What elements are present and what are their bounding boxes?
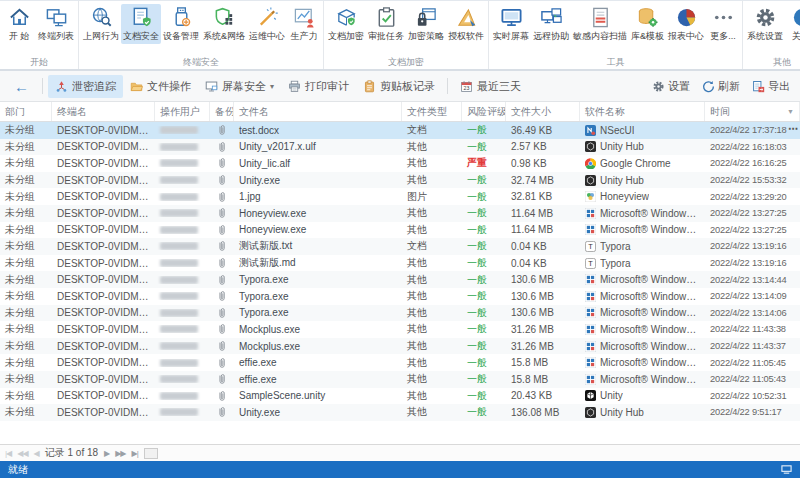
gear-button[interactable]: 设置 (652, 79, 690, 94)
table-row[interactable]: 未分组DESKTOP-0VIDMDJHoneyview.exe其他一般11.64… (0, 205, 800, 222)
cell-time: 2022/4/22 13:19:16 (705, 258, 800, 268)
next-page-button[interactable]: ▶ (104, 449, 109, 458)
mswin-app-icon (585, 307, 596, 318)
ribbon-item-screen[interactable]: 实时屏幕 (491, 4, 531, 44)
column-header-sw[interactable]: 软件名称 (580, 102, 705, 121)
cell-file-size: 11.64 MB (506, 208, 580, 219)
software-name-text: NSecUI (600, 125, 634, 136)
ribbon-group-label: 终端安全 (81, 55, 321, 69)
redacted-user-text (160, 325, 198, 333)
table-row[interactable]: 未分组DESKTOP-0VIDMDJUnity_lic.alf其他严重0.98 … (0, 155, 800, 172)
refresh-button[interactable]: 刷新 (702, 79, 740, 94)
ribbon-item-box-shield[interactable]: 文档加密 (326, 4, 366, 44)
toolbar-tab-screen-safe[interactable]: 屏幕安全▾ (198, 75, 281, 98)
ribbon-item-more[interactable]: 更多... (706, 4, 740, 44)
table-row[interactable]: 未分组DESKTOP-0VIDMDJHoneyview.exe其他一般11.64… (0, 222, 800, 239)
cell-operating-user (155, 342, 210, 350)
column-header-file[interactable]: 文件名 (234, 102, 402, 121)
mswin-app-icon (585, 224, 596, 235)
column-header-backup[interactable]: 备份 (210, 102, 234, 121)
table-row[interactable]: 未分组DESKTOP-0VIDMDJMockplus.exe其他一般31.26 … (0, 338, 800, 355)
cell-file-name: Typora.exe (234, 291, 402, 302)
column-header-risk[interactable]: 风险评级 (462, 102, 506, 121)
software-name-text: Microsoft® Windows® Oper... (600, 374, 700, 385)
cell-department: 未分组 (0, 223, 52, 237)
ribbon-item-lock[interactable]: 加密策略 (406, 4, 446, 44)
ribbon-item-library[interactable]: 库&模板 (629, 4, 666, 44)
table-row[interactable]: 未分组DESKTOP-0VIDMDJ测试新版.txt文档一般0.04 KBTTy… (0, 238, 800, 255)
table-row[interactable]: 未分组DESKTOP-0VIDMDJUnity_v2017.x.ulf其他一般2… (0, 139, 800, 156)
table-row[interactable]: 未分组DESKTOP-0VIDMDJTypora.exe其他一般130.6 MB… (0, 288, 800, 305)
ribbon-item-about[interactable]: 关 于 (785, 4, 800, 44)
typora-app-icon: T (585, 241, 596, 252)
cell-terminal-name: DESKTOP-0VIDMDJ (52, 374, 155, 385)
table-row[interactable]: 未分组DESKTOP-0VIDMDJ1.jpg图片一般32.81 KBHoney… (0, 188, 800, 205)
export-button[interactable]: 导出 (752, 79, 790, 94)
ribbon-item-scan[interactable]: 敏感内容扫描 (571, 4, 629, 44)
ribbon-item-task[interactable]: 审批任务 (366, 4, 406, 44)
sysnet-icon (213, 6, 236, 29)
ribbon-item-settings[interactable]: 系统设置 (745, 4, 785, 44)
toolbar-tab-print[interactable]: 打印审计 (281, 75, 356, 98)
filter-caret-icon[interactable]: ▼ (787, 108, 794, 115)
redacted-user-text (160, 259, 198, 267)
redacted-user-text (160, 193, 198, 201)
column-header-user[interactable]: 操作用户 (155, 102, 210, 121)
cell-operating-user (155, 408, 210, 416)
toolbar-tab-clipboard[interactable]: 剪贴板记录 (356, 75, 442, 98)
box-shield-icon (335, 6, 358, 29)
column-header-label: 操作用户 (160, 105, 200, 119)
ribbon-item-label: 系统设置 (747, 30, 783, 43)
table-row[interactable]: 未分组DESKTOP-0VIDMDJMockplus.exe其他一般31.26 … (0, 321, 800, 338)
back-button[interactable]: ← (6, 77, 37, 96)
row-more-button[interactable]: ⋯ (788, 123, 798, 134)
prev-page-button[interactable]: ◀ (34, 449, 39, 458)
toolbar-tab-trace[interactable]: 泄密追踪 (48, 75, 123, 98)
ribbon-item-remote[interactable]: 远程协助 (531, 4, 571, 44)
prev-fast-button[interactable]: ◀◀ (17, 449, 27, 458)
ribbon-item-doc-shield[interactable]: 文档安全 (121, 4, 161, 44)
cell-file-type: 其他 (402, 206, 462, 220)
column-header-label: 备份 (215, 105, 234, 119)
ribbon-item-device[interactable]: 设备管理 (161, 4, 201, 44)
cell-file-type: 其他 (402, 306, 462, 320)
ribbon-group-3: 实时屏幕远程协助敏感内容扫描库&模板报表中心更多...工具 (489, 1, 743, 69)
table-row[interactable]: 未分组DESKTOP-0VIDMDJUnity.exe其他一般136.08 MB… (0, 404, 800, 421)
column-header-type[interactable]: 文件类型 (402, 102, 462, 121)
ribbon-item-authsoft[interactable]: 授权软件 (446, 4, 486, 44)
last-page-button[interactable]: ▶| (132, 449, 138, 458)
table-row[interactable]: 未分组DESKTOP-0VIDMDJTypora.exe其他一般130.6 MB… (0, 305, 800, 322)
table-row[interactable]: 未分组DESKTOP-0VIDMDJSampleScene.unity其他一般2… (0, 388, 800, 405)
chevron-down-icon: ▾ (270, 82, 274, 91)
table-row[interactable]: 未分组DESKTOP-0VIDMDJeffie.exe其他一般15.8 MBMi… (0, 371, 800, 388)
ribbon-item-label: 敏感内容扫描 (573, 30, 627, 43)
ribbon-item-label: 终端列表 (38, 30, 74, 43)
column-header-dept[interactable]: 部门 (0, 102, 52, 121)
date-filter-button[interactable]: 23最近三天 (453, 75, 528, 98)
table-row[interactable]: 未分组DESKTOP-0VIDMDJeffie.exe其他一般15.8 MBMi… (0, 354, 800, 371)
column-header-size[interactable]: 文件大小 (506, 102, 580, 121)
paperclip-icon (215, 240, 229, 252)
ribbon-item-terminal-list[interactable]: 终端列表 (36, 4, 76, 44)
table-row[interactable]: 未分组DESKTOP-0VIDMDJTypora.exe其他一般130.6 MB… (0, 271, 800, 288)
table-row[interactable]: 未分组DESKTOP-0VIDMDJUnity.exe其他一般32.74 MBU… (0, 172, 800, 189)
cell-backup (210, 207, 234, 219)
ribbon-item-wand[interactable]: 运维中心 (247, 4, 287, 44)
ribbon-item-sysnet[interactable]: 系统&网络 (201, 4, 247, 44)
next-fast-button[interactable]: ▶▶ (115, 449, 125, 458)
gear-small-icon (652, 80, 665, 93)
table-row[interactable]: 未分组DESKTOP-0VIDMDJtest.docx文档一般36.49 KBN… (0, 122, 800, 139)
ribbon-item-report[interactable]: 报表中心 (666, 4, 706, 44)
ribbon-item-web[interactable]: 上网行为 (81, 4, 121, 44)
table-row[interactable]: 未分组DESKTOP-0VIDMDJ测试新版.md其他一般0.04 KBTTyp… (0, 255, 800, 272)
cell-file-size: 32.81 KB (506, 191, 580, 202)
ribbon-item-productivity[interactable]: 生产力 (287, 4, 321, 44)
column-header-time[interactable]: 时间▼ (705, 102, 800, 121)
toolbar-tab-label: 打印审计 (305, 79, 349, 94)
column-header-terminal[interactable]: 终端名 (52, 102, 155, 121)
first-page-button[interactable]: |◀ (5, 449, 11, 458)
cell-operating-user (155, 309, 210, 317)
toolbar-tab-file-op[interactable]: 文件操作 (123, 75, 198, 98)
ribbon-item-home[interactable]: 开 始 (2, 4, 36, 44)
pager-extra-button[interactable] (144, 448, 158, 459)
